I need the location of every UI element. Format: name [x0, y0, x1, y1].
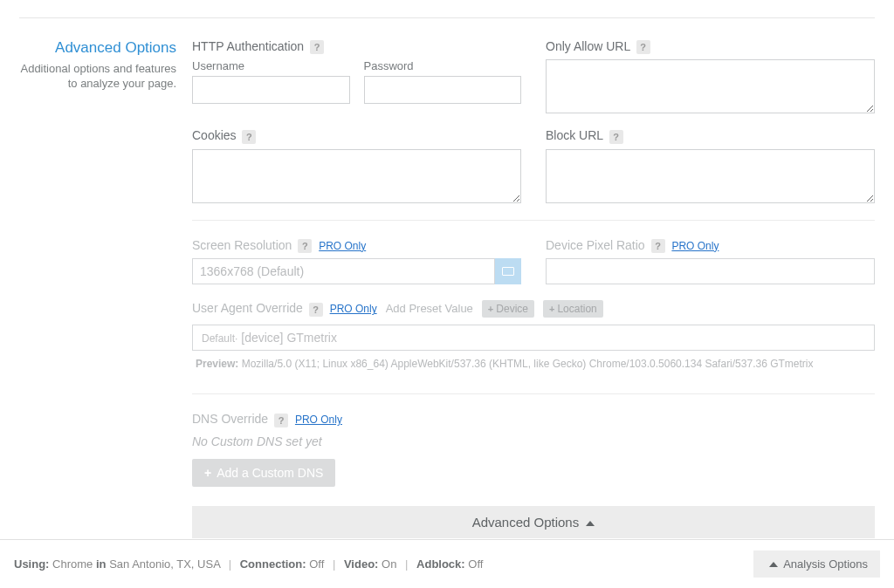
password-label: Password: [364, 59, 522, 72]
add-location-preset-button[interactable]: + Location: [543, 300, 603, 318]
user-agent-preview: Preview: Mozilla/5.0 (X11; Linux x86_64)…: [192, 358, 875, 372]
password-input[interactable]: [364, 76, 522, 104]
dns-empty-message: No Custom DNS set yet: [192, 434, 875, 448]
block-url-textarea[interactable]: [546, 149, 875, 203]
chevron-up-icon: [769, 562, 778, 567]
screen-resolution-input: [192, 258, 495, 284]
sidebar-description: Advanced Options Additional options and …: [19, 39, 192, 538]
device-pixel-ratio-label: Device Pixel Ratio ? PRO Only: [546, 238, 875, 253]
pro-only-link[interactable]: PRO Only: [330, 303, 377, 315]
only-allow-url-textarea[interactable]: [546, 59, 875, 113]
add-preset-value-label: Add Preset Value: [386, 302, 473, 315]
section-description: Additional options and features to analy…: [19, 62, 176, 92]
add-device-preset-button[interactable]: + Device: [482, 300, 534, 318]
divider: [192, 220, 875, 221]
username-label: Username: [192, 59, 350, 72]
screen-resolution-label: Screen Resolution ? PRO Only: [192, 238, 521, 253]
divider: [192, 393, 875, 394]
cookies-textarea[interactable]: [192, 149, 521, 203]
advanced-options-toggle[interactable]: Advanced Options: [192, 506, 875, 538]
block-url-label: Block URL ?: [546, 128, 875, 143]
screen-resolution-preset-button[interactable]: [495, 258, 521, 284]
device-pixel-ratio-input: [546, 258, 875, 284]
help-icon[interactable]: ?: [298, 239, 312, 253]
plus-icon: +: [549, 304, 554, 314]
user-agent-input: Default· [device] GTmetrix: [192, 325, 875, 351]
pro-only-link[interactable]: PRO Only: [295, 414, 342, 426]
section-title: Advanced Options: [19, 39, 176, 57]
advanced-options-form: HTTP Authentication ? Username Password: [192, 39, 875, 538]
dns-override-label: DNS Override ? PRO Only: [192, 412, 875, 427]
cookies-label: Cookies ?: [192, 128, 521, 143]
help-icon[interactable]: ?: [242, 130, 256, 144]
help-icon[interactable]: ?: [310, 40, 324, 54]
summary-text: Using: Chrome in San Antonio, TX, USA | …: [14, 557, 483, 571]
help-icon[interactable]: ?: [274, 414, 288, 427]
help-icon[interactable]: ?: [651, 239, 665, 253]
add-custom-dns-button[interactable]: + Add a Custom DNS: [192, 459, 335, 487]
plus-icon: +: [488, 304, 493, 314]
pro-only-link[interactable]: PRO Only: [319, 240, 366, 252]
summary-footer: Using: Chrome in San Antonio, TX, USA | …: [0, 539, 894, 588]
only-allow-url-label: Only Allow URL ?: [546, 39, 875, 54]
chevron-up-icon: [586, 521, 595, 526]
user-agent-override-label: User Agent Override ? PRO Only: [192, 301, 377, 316]
monitor-icon: [502, 267, 514, 276]
help-icon[interactable]: ?: [609, 130, 623, 144]
plus-icon: +: [204, 466, 211, 480]
username-input[interactable]: [192, 76, 350, 104]
http-auth-label: HTTP Authentication ?: [192, 39, 521, 54]
help-icon[interactable]: ?: [309, 303, 323, 317]
pro-only-link[interactable]: PRO Only: [671, 240, 719, 252]
analysis-options-button[interactable]: Analysis Options: [753, 550, 880, 578]
help-icon[interactable]: ?: [636, 40, 650, 54]
